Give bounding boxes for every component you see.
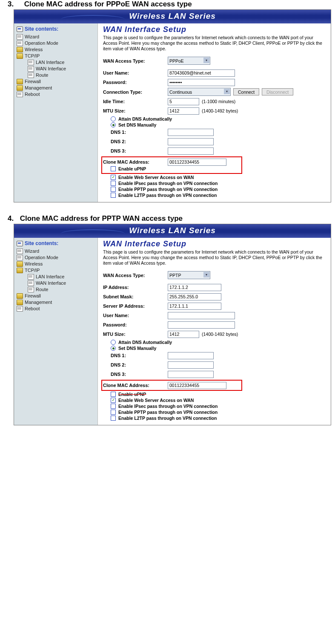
input-mtu[interactable] xyxy=(168,107,199,115)
tree-wireless[interactable]: Wireless xyxy=(17,261,96,267)
input-dns3[interactable] xyxy=(168,371,214,378)
radio-set-dns[interactable]: Set DNS Manually xyxy=(111,122,327,127)
chevron-down-icon: ▾ xyxy=(224,89,230,94)
tree-firewall[interactable]: Firewall xyxy=(17,293,96,299)
tree-wan[interactable]: WAN Interface xyxy=(28,280,96,286)
input-ip[interactable] xyxy=(168,284,221,291)
input-pass[interactable] xyxy=(168,79,235,86)
chevron-down-icon: ▾ xyxy=(203,272,209,277)
input-dns1[interactable] xyxy=(168,129,214,136)
input-dns2[interactable] xyxy=(168,361,214,369)
radio-set-dns[interactable]: Set DNS Manually xyxy=(111,346,327,351)
page-icon xyxy=(17,92,23,97)
lbl-idle: Idle Time: xyxy=(103,99,168,104)
page-icon xyxy=(17,34,23,40)
checkbox-icon xyxy=(111,175,116,180)
banner-text: Wireless LAN Series xyxy=(129,226,216,235)
radio-icon xyxy=(111,116,116,121)
site-contents-label: Site contents: xyxy=(17,240,96,246)
radio-attain-dns[interactable]: Attain DNS Automatically xyxy=(111,116,327,121)
checkbox-icon xyxy=(111,392,116,397)
input-mtu[interactable] xyxy=(168,331,199,338)
heading-4-num: 4. xyxy=(8,214,18,223)
input-dns3[interactable] xyxy=(168,147,214,155)
tree-wizard[interactable]: Wizard xyxy=(17,34,96,40)
lbl-ip: IP Address: xyxy=(103,285,168,290)
lbl-server: Server IP Address: xyxy=(103,303,168,309)
tree-lan[interactable]: LAN Interface xyxy=(28,274,96,280)
tree-wireless[interactable]: Wireless xyxy=(17,46,96,53)
select-conn-type[interactable]: Continuous▾ xyxy=(168,88,231,96)
cb-webserver[interactable]: Enable Web Server Access on WAN xyxy=(111,175,327,180)
banner-text: Wireless LAN Series xyxy=(129,12,216,20)
drive-icon xyxy=(17,26,23,32)
screenshot-pppoe: Wireless LAN Series Site contents: Wizar… xyxy=(14,9,331,202)
highlight-clone-mac: Clone MAC Address: xyxy=(101,380,242,391)
lbl-user: User Name: xyxy=(103,313,168,318)
input-clone-mac[interactable] xyxy=(168,382,226,389)
cb-l2tp[interactable]: Enable L2TP pass through on VPN connecti… xyxy=(111,193,327,198)
input-pass[interactable] xyxy=(168,321,235,329)
lbl-mtu: MTU Size: xyxy=(103,332,168,337)
lbl-dns1: DNS 1: xyxy=(103,353,168,358)
tree-tcpip[interactable]: TCP/IP xyxy=(17,53,96,59)
tree-lan[interactable]: LAN Interface xyxy=(28,59,96,66)
folder-icon xyxy=(17,85,23,91)
cb-upnp[interactable]: Enable uPNP xyxy=(111,392,327,397)
lbl-dns3: DNS 3: xyxy=(103,148,168,153)
cb-webserver[interactable]: Enable Web Server Access on WAN xyxy=(111,398,327,403)
input-clone-mac[interactable] xyxy=(168,159,226,166)
cb-ipsec[interactable]: Enable IPsec pass through on VPN connect… xyxy=(111,404,327,409)
content-pane: WAN Interface Setup This page is used to… xyxy=(98,23,331,202)
tree-management[interactable]: Management xyxy=(17,299,96,306)
content-pane: WAN Interface Setup This page is used to… xyxy=(98,238,331,425)
page-title: WAN Interface Setup xyxy=(103,25,327,34)
tree-wan[interactable]: WAN Interface xyxy=(28,66,96,72)
checkbox-icon xyxy=(111,166,116,171)
tree-opmode[interactable]: Operation Mode xyxy=(17,254,96,261)
cb-upnp[interactable]: Enable uPNP xyxy=(111,166,241,171)
highlight-clone-mac: Clone MAC Address: Enable uPNP xyxy=(101,156,242,174)
input-idle[interactable] xyxy=(168,98,199,105)
cb-pptp[interactable]: Enable PPTP pass through on VPN connecti… xyxy=(111,410,327,415)
select-wan-type[interactable]: PPPoE▾ xyxy=(168,57,210,65)
input-user[interactable] xyxy=(168,69,235,77)
checkbox-icon xyxy=(111,398,116,403)
tree-reboot[interactable]: Reboot xyxy=(17,306,96,312)
tree-tcpip[interactable]: TCP/IP xyxy=(17,267,96,274)
tree-management[interactable]: Management xyxy=(17,85,96,91)
cb-pptp[interactable]: Enable PPTP pass through on VPN connecti… xyxy=(111,187,327,192)
page-icon xyxy=(17,306,23,312)
checkbox-icon xyxy=(111,416,116,421)
folder-icon xyxy=(17,53,23,59)
lbl-dns2: DNS 2: xyxy=(103,139,168,144)
tree-route[interactable]: Route xyxy=(28,286,96,293)
checkbox-icon xyxy=(111,404,116,409)
input-server[interactable] xyxy=(168,303,221,310)
lbl-dns1: DNS 1: xyxy=(103,130,168,135)
cb-l2tp[interactable]: Enable L2TP pass through on VPN connecti… xyxy=(111,416,327,421)
lbl-wan-type: WAN Access Type: xyxy=(103,58,168,64)
banner: Wireless LAN Series xyxy=(14,10,331,23)
input-dns1[interactable] xyxy=(168,352,214,359)
input-dns2[interactable] xyxy=(168,138,214,145)
radio-attain-dns[interactable]: Attain DNS Automatically xyxy=(111,340,327,345)
heading-3-num: 3. xyxy=(8,0,22,9)
tree-reboot[interactable]: Reboot xyxy=(17,91,96,98)
screenshot-pptp: Wireless LAN Series Site contents: Wizar… xyxy=(14,224,331,425)
tree-route[interactable]: Route xyxy=(28,72,96,78)
tree-wizard[interactable]: Wizard xyxy=(17,248,96,254)
select-wan-type[interactable]: PPTP▾ xyxy=(168,271,210,279)
heading-4-text: Clone MAC address for PPTP WAN access ty… xyxy=(20,214,183,222)
tree-firewall[interactable]: Firewall xyxy=(17,78,96,85)
cb-ipsec[interactable]: Enable IPsec pass through on VPN connect… xyxy=(111,181,327,186)
tree-opmode[interactable]: Operation Mode xyxy=(17,40,96,46)
page-icon xyxy=(17,40,23,46)
input-user[interactable] xyxy=(168,312,235,319)
lbl-clone-mac: Clone MAC Address: xyxy=(103,383,168,388)
lbl-pass: Password: xyxy=(103,80,168,85)
lbl-dns2: DNS 2: xyxy=(103,362,168,367)
input-mask[interactable] xyxy=(168,293,221,300)
connect-button[interactable]: Connect xyxy=(233,88,259,95)
folder-icon xyxy=(17,268,23,273)
